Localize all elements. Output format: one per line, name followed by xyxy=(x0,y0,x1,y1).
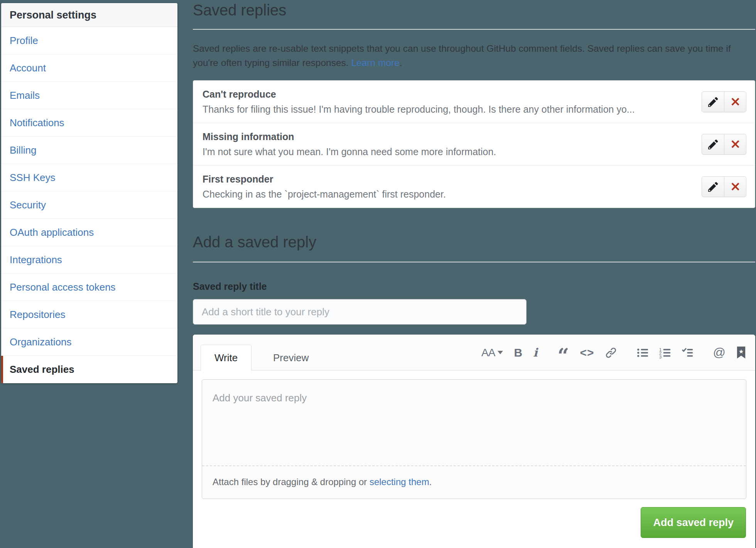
saved-reply-row: Can't reproduceThanks for filing this is… xyxy=(193,81,755,123)
sidebar-items: ProfileAccountEmailsNotificationsBilling… xyxy=(1,27,177,383)
numbered-list-glyph: 123 xyxy=(659,347,671,359)
saved-reply-title-label: Saved reply title xyxy=(193,281,755,292)
bold-icon[interactable]: B xyxy=(514,346,522,359)
text-size-icon[interactable]: AA xyxy=(481,347,503,359)
intro-text-suffix: . xyxy=(400,58,402,68)
task-list-glyph xyxy=(682,347,693,359)
link-icon[interactable] xyxy=(605,347,617,359)
toolbar-group: AABi xyxy=(481,346,537,359)
add-saved-reply-button[interactable]: Add saved reply xyxy=(641,507,746,538)
saved-reply-title: First responder xyxy=(202,173,746,185)
edit-reply-button[interactable] xyxy=(702,134,724,154)
sidebar-title: Personal settings xyxy=(1,3,177,27)
add-reply-section-title: Add a saved reply xyxy=(193,233,755,262)
sidebar-item-notifications[interactable]: Notifications xyxy=(1,109,177,137)
sidebar-item-account[interactable]: Account xyxy=(1,54,177,82)
bookmark-glyph: ★ xyxy=(736,347,746,359)
code-icon[interactable]: <> xyxy=(580,346,594,359)
sidebar-item-profile[interactable]: Profile xyxy=(1,27,177,54)
settings-sidebar: Personal settings ProfileAccountEmailsNo… xyxy=(1,3,177,383)
quote-icon[interactable]: “ xyxy=(558,345,569,360)
page-title: Saved replies xyxy=(193,0,755,30)
sidebar-item-emails[interactable]: Emails xyxy=(1,82,177,109)
sidebar-item-ssh-keys[interactable]: SSH Keys xyxy=(1,164,177,191)
saved-reply-title-input[interactable] xyxy=(193,299,526,325)
bookmark-icon[interactable]: ★ xyxy=(736,347,746,359)
svg-text:★: ★ xyxy=(739,348,744,355)
editor-box: Attach files by dragging & dropping or s… xyxy=(202,379,746,499)
saved-replies-list: Can't reproduceThanks for filing this is… xyxy=(193,80,755,208)
saved-reply-row: Missing informationI'm not sure what you… xyxy=(193,123,755,166)
reply-actions xyxy=(702,176,746,197)
saved-reply-body-textarea[interactable] xyxy=(202,380,746,465)
intro-text-body: Saved replies are re-usable text snippet… xyxy=(193,43,731,68)
svg-text:3: 3 xyxy=(659,355,662,359)
saved-reply-row: First responderChecking in as the `proje… xyxy=(193,166,755,208)
link-icon xyxy=(605,347,617,359)
pencil-icon xyxy=(708,139,718,150)
attach-files-text: Attach files by dragging & dropping or xyxy=(213,477,370,487)
saved-reply-excerpt: I'm not sure what you mean. I'm gonna ne… xyxy=(202,146,746,157)
attach-files-row: Attach files by dragging & dropping or s… xyxy=(202,465,746,499)
composer-header: Write Preview AABi“<>123@★ xyxy=(193,335,755,370)
caret-down-icon xyxy=(498,351,503,354)
x-icon xyxy=(731,181,740,193)
unordered-list-icon[interactable] xyxy=(637,347,648,359)
markdown-toolbar: AABi“<>123@★ xyxy=(481,335,746,370)
edit-reply-button[interactable] xyxy=(702,177,724,197)
edit-reply-button[interactable] xyxy=(702,92,724,112)
sidebar-item-saved-replies[interactable]: Saved replies xyxy=(1,356,177,383)
delete-reply-button[interactable] xyxy=(724,92,746,112)
sidebar-item-repositories[interactable]: Repositories xyxy=(1,301,177,328)
sidebar-item-security[interactable]: Security xyxy=(1,191,177,219)
intro-text: Saved replies are re-usable text snippet… xyxy=(193,41,744,70)
pencil-icon xyxy=(708,96,718,108)
main-content: Saved replies Saved replies are re-usabl… xyxy=(193,0,755,548)
delete-reply-button[interactable] xyxy=(724,134,746,154)
bullet-list-glyph xyxy=(637,347,648,359)
ordered-list-icon[interactable]: 123 xyxy=(659,347,671,359)
sidebar-item-billing[interactable]: Billing xyxy=(1,137,177,164)
saved-reply-excerpt: Thanks for filing this issue! I'm having… xyxy=(202,103,746,115)
toolbar-group: @★ xyxy=(713,345,746,360)
saved-reply-excerpt: Checking in as the `project-management` … xyxy=(202,188,746,200)
learn-more-link[interactable]: Learn more xyxy=(351,58,399,68)
reply-composer: Write Preview AABi“<>123@★ Attach files … xyxy=(193,335,755,548)
tab-write[interactable]: Write xyxy=(201,345,251,371)
task-list-icon[interactable] xyxy=(682,347,693,359)
sidebar-item-integrations[interactable]: Integrations xyxy=(1,246,177,274)
reply-actions xyxy=(702,134,746,155)
x-icon xyxy=(731,138,740,150)
toolbar-group: 123 xyxy=(637,347,693,359)
saved-reply-title: Missing information xyxy=(202,131,746,142)
mention-icon[interactable]: @ xyxy=(713,345,726,360)
sidebar-item-organizations[interactable]: Organizations xyxy=(1,328,177,356)
attach-files-suffix: . xyxy=(429,477,432,487)
x-icon xyxy=(731,96,740,108)
pencil-icon xyxy=(708,181,718,193)
toolbar-group: “<> xyxy=(558,345,617,360)
reply-actions xyxy=(702,91,746,112)
selecting-them-link[interactable]: selecting them xyxy=(370,477,429,487)
sidebar-item-oauth-applications[interactable]: OAuth applications xyxy=(1,219,177,246)
tab-preview[interactable]: Preview xyxy=(262,345,320,371)
sidebar-item-personal-access-tokens[interactable]: Personal access tokens xyxy=(1,274,177,301)
delete-reply-button[interactable] xyxy=(724,177,746,197)
italic-icon[interactable]: i xyxy=(533,346,537,359)
saved-reply-title: Can't reproduce xyxy=(202,88,746,100)
